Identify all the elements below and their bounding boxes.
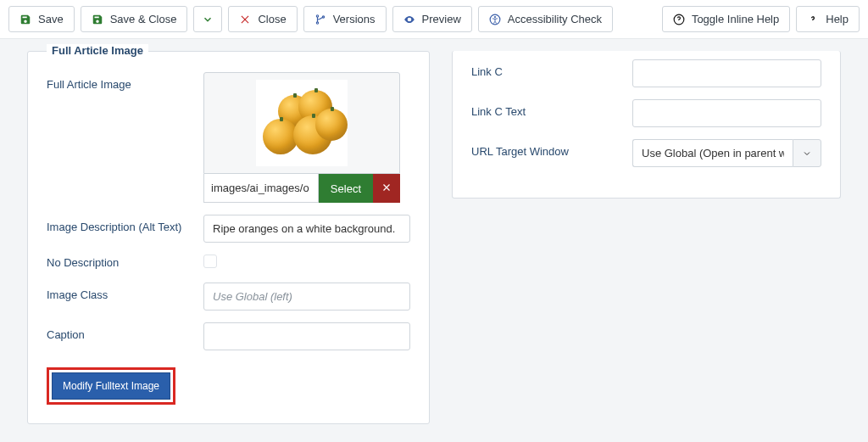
branch-icon <box>314 14 326 25</box>
content: Full Article Image Full Article Image Se… <box>0 39 868 442</box>
caption-label: Caption <box>47 322 203 341</box>
svg-point-3 <box>316 21 318 23</box>
save-close-button[interactable]: Save & Close <box>81 6 188 32</box>
url-target-dropdown-button[interactable] <box>793 139 821 167</box>
link-c-text-label: Link C Text <box>471 99 632 118</box>
full-article-image-panel: Full Article Image Full Article Image Se… <box>27 51 430 424</box>
close-icon <box>239 14 251 25</box>
save-dropdown-button[interactable] <box>193 6 222 32</box>
link-c-text-field: Link C Text <box>471 99 821 127</box>
image-class-label: Image Class <box>47 283 203 301</box>
alt-text-input[interactable] <box>203 215 410 243</box>
modify-highlight: Modify Fulltext Image <box>47 367 175 405</box>
no-description-label: No Description <box>47 256 203 269</box>
image-field: Full Article Image Select <box>47 72 410 203</box>
select-image-button[interactable]: Select <box>319 174 373 203</box>
svg-point-6 <box>494 16 496 18</box>
save-icon <box>92 14 103 25</box>
url-target-select[interactable] <box>632 139 793 167</box>
versions-label: Versions <box>333 13 376 25</box>
toolbar: Save Save & Close Close Versions Preview… <box>0 0 868 39</box>
close-button[interactable]: Close <box>228 6 297 32</box>
toggle-help-button[interactable]: Toggle Inline Help <box>662 6 790 32</box>
preview-label: Preview <box>422 13 461 25</box>
versions-button[interactable]: Versions <box>303 6 387 32</box>
no-description-checkbox[interactable] <box>203 255 217 268</box>
no-description-field: No Description <box>47 255 410 271</box>
oranges-thumbnail <box>256 80 348 166</box>
image-label: Full Article Image <box>47 72 203 91</box>
chevron-down-icon <box>802 148 812 159</box>
image-preview <box>203 72 400 174</box>
question-icon <box>807 14 819 25</box>
links-panel: Link C Link C Text URL Target Window <box>452 51 841 199</box>
modify-fulltext-image-button[interactable]: Modify Fulltext Image <box>52 372 170 400</box>
chevron-down-icon <box>202 14 214 25</box>
clear-image-button[interactable] <box>373 174 400 203</box>
image-class-field: Image Class <box>47 283 410 311</box>
close-label: Close <box>258 13 286 25</box>
url-target-label: URL Target Window <box>471 139 632 158</box>
link-c-field: Link C <box>471 59 821 87</box>
preview-button[interactable]: Preview <box>392 6 472 32</box>
help-label: Help <box>826 13 849 25</box>
accessibility-label: Accessibility Check <box>508 13 602 25</box>
link-c-input[interactable] <box>632 59 821 87</box>
link-c-label: Link C <box>471 59 632 78</box>
svg-point-2 <box>316 14 318 16</box>
close-icon <box>381 182 392 193</box>
question-icon <box>673 14 685 25</box>
help-button[interactable]: Help <box>796 6 860 32</box>
url-target-field: URL Target Window <box>471 139 821 167</box>
caption-input[interactable] <box>203 322 410 350</box>
eye-icon <box>403 14 415 25</box>
image-path-row: Select <box>203 174 400 203</box>
link-c-text-input[interactable] <box>632 99 821 127</box>
toggle-help-label: Toggle Inline Help <box>692 13 779 25</box>
accessibility-icon <box>489 14 501 25</box>
save-button[interactable]: Save <box>8 6 75 32</box>
alt-text-label: Image Description (Alt Text) <box>47 215 203 233</box>
save-close-label: Save & Close <box>110 13 177 25</box>
image-class-input[interactable] <box>203 283 410 311</box>
caption-field: Caption <box>47 322 410 350</box>
accessibility-button[interactable]: Accessibility Check <box>478 6 613 32</box>
save-label: Save <box>38 13 64 25</box>
alt-text-field: Image Description (Alt Text) <box>47 215 410 243</box>
image-path-input[interactable] <box>203 174 319 203</box>
save-icon <box>19 14 31 25</box>
panel-legend: Full Article Image <box>47 44 148 57</box>
